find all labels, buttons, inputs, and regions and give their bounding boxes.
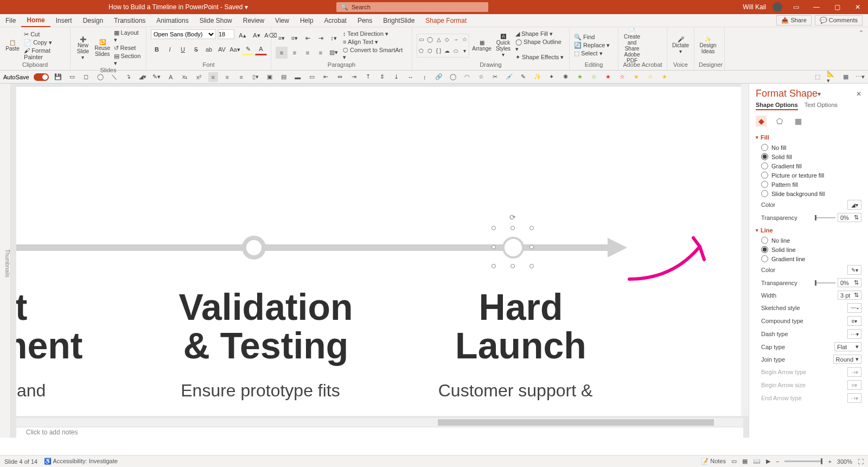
collapse-ribbon-icon[interactable]: ⌃ — [859, 29, 864, 36]
cut-button[interactable]: ✂ Cut — [24, 31, 66, 38]
qat-disth-icon[interactable]: ↔ — [406, 72, 416, 82]
qat-sub-icon[interactable]: x₂ — [180, 72, 190, 82]
zoom-slider[interactable] — [784, 460, 822, 462]
radio-gradient-fill[interactable] — [761, 162, 768, 169]
qat-selection-icon[interactable]: ⬚ — [813, 72, 822, 82]
align-center-icon[interactable]: ≡ — [289, 47, 301, 59]
qat-more-icon[interactable]: ⋯▾ — [855, 72, 865, 82]
ribbon-display-icon[interactable]: ▭ — [789, 3, 803, 11]
qat-wand-icon[interactable]: ✨ — [533, 72, 542, 82]
reset-button[interactable]: ↺ Reset — [114, 45, 142, 52]
qat-group-icon[interactable]: ▣ — [265, 72, 275, 82]
numbering-icon[interactable]: ≡▾ — [289, 33, 301, 45]
tab-brightslide[interactable]: BrightSlide — [378, 15, 420, 27]
select-button[interactable]: ⬚ Select ▾ — [574, 50, 610, 57]
adobe-pdf-button[interactable]: 📄Create and Share Adobe PDF — [623, 35, 641, 56]
layout-button[interactable]: ▦ Layout ▾ — [114, 29, 142, 43]
tab-view[interactable]: View — [270, 15, 295, 27]
increase-font-icon[interactable]: A▴ — [237, 29, 248, 41]
share-button[interactable]: 📤 Share — [776, 15, 811, 26]
minimize-icon[interactable]: — — [809, 3, 824, 11]
qat-valign-icon[interactable]: ▯▾ — [251, 72, 260, 82]
increase-indent-icon[interactable]: ⇥ — [315, 33, 327, 45]
line-section-header[interactable]: ▾Line — [756, 227, 861, 234]
qat-star2-icon[interactable]: ☆ — [589, 72, 599, 82]
qat-align-right-obj-icon[interactable]: ⇥ — [349, 72, 359, 82]
subtext-1[interactable]: ck and — [16, 380, 114, 401]
view-sorter-icon[interactable]: ▦ — [742, 458, 748, 465]
qat-link-icon[interactable]: 🔗 — [434, 72, 444, 82]
vertical-scrollbar[interactable] — [741, 84, 749, 416]
tab-acrobat[interactable]: Acrobat — [319, 15, 352, 27]
headline-1a[interactable]: ct — [16, 286, 27, 327]
timeline-arrowhead[interactable] — [608, 238, 627, 257]
subtext-3[interactable]: Customer support & — [396, 380, 635, 401]
qat-line-icon[interactable]: ＼ — [110, 72, 119, 82]
copy-button[interactable]: 📄 Copy ▾ — [24, 39, 66, 46]
tab-slideshow[interactable]: Slide Show — [194, 15, 238, 27]
qat-star1-icon[interactable]: ★ — [575, 72, 585, 82]
qat-alignr-icon[interactable]: ≡ — [237, 72, 246, 82]
zoom-out-icon[interactable]: − — [776, 458, 779, 465]
effects-tab-icon[interactable]: ⬠ — [774, 116, 785, 127]
qat-star5-icon[interactable]: ★ — [631, 72, 641, 82]
fill-line-tab-icon[interactable]: ◆ — [756, 116, 767, 127]
bullets-icon[interactable]: ≡▾ — [276, 33, 288, 45]
highlight-icon[interactable]: ✎ — [242, 43, 254, 55]
font-color-icon[interactable]: A — [255, 43, 267, 55]
underline-icon[interactable]: U — [177, 43, 189, 55]
selection-handles[interactable]: ⟳ — [494, 228, 532, 266]
horizontal-scrollbar[interactable] — [16, 418, 743, 427]
radio-solid-fill[interactable] — [761, 153, 768, 160]
headline-2b[interactable]: & Testing — [183, 325, 349, 366]
radio-pattern-fill[interactable] — [761, 181, 768, 188]
qat-grid-icon[interactable]: ▦ — [841, 72, 851, 82]
shape-outline-button[interactable]: ◯ Shape Outline ▾ — [515, 39, 565, 53]
qat-alignc-icon[interactable]: ≡ — [222, 72, 232, 82]
qat-bringfront-icon[interactable]: ▬ — [293, 72, 303, 82]
comments-button[interactable]: 💬 Comments — [815, 15, 863, 26]
qat-sparkle-icon[interactable]: ✦ — [547, 72, 557, 82]
tab-help[interactable]: Help — [295, 15, 319, 27]
headline-2a[interactable]: Validation — [178, 286, 353, 327]
qat-textbox-icon[interactable]: A — [166, 72, 176, 82]
qat-circle-tool-icon[interactable]: ◯ — [448, 72, 458, 82]
tab-pens[interactable]: Pens — [352, 15, 378, 27]
pane-tab-shape-options[interactable]: Shape Options — [756, 102, 798, 110]
bold-icon[interactable]: B — [151, 43, 163, 55]
headline-1b[interactable]: ment — [16, 325, 82, 366]
justify-icon[interactable]: ≡ — [315, 47, 327, 59]
qat-star3-icon[interactable]: ★ — [603, 72, 613, 82]
slide[interactable]: ⟳ ct ment Validation & Testing Hard Laun… — [16, 87, 743, 416]
find-button[interactable]: 🔍 Find — [574, 34, 610, 41]
qat-ungroup-icon[interactable]: ▤ — [279, 72, 289, 82]
qat-fill-icon[interactable]: ◢▾ — [138, 72, 148, 82]
tab-transitions[interactable]: Transitions — [108, 15, 151, 27]
dictate-button[interactable]: 🎤Dictate ▾ — [672, 35, 690, 56]
align-text-button[interactable]: ≡ Align Text ▾ — [343, 39, 407, 46]
text-direction-button[interactable]: ↕ Text Direction ▾ — [343, 30, 407, 37]
qat-eyedrop-icon[interactable]: 💉 — [505, 72, 514, 82]
save-icon[interactable]: 💾 — [53, 72, 63, 82]
paste-button[interactable]: 📋Paste — [4, 35, 21, 56]
qat-align-bot-obj-icon[interactable]: ⤓ — [392, 72, 401, 82]
qat-sendback-icon[interactable]: ▭ — [307, 72, 317, 82]
smartart-button[interactable]: ⬡ Convert to SmartArt ▾ — [343, 47, 407, 61]
qat-square-icon[interactable]: ◻ — [81, 72, 91, 82]
fit-window-icon[interactable]: ⛶ — [858, 458, 864, 465]
align-right-icon[interactable]: ≡ — [302, 47, 314, 59]
radio-no-line[interactable] — [761, 237, 768, 244]
close-icon[interactable]: ✕ — [851, 3, 865, 11]
qat-star4-icon[interactable]: ☆ — [617, 72, 627, 82]
slide-counter[interactable]: Slide 4 of 14 — [4, 458, 37, 465]
fill-transparency-value[interactable]: 0%⇅ — [838, 213, 861, 222]
view-reading-icon[interactable]: 📖 — [753, 458, 761, 465]
replace-button[interactable]: 🔄 Replace ▾ — [574, 42, 610, 49]
fill-color-picker[interactable]: ◢▾ — [847, 200, 861, 210]
radio-no-fill[interactable] — [761, 144, 768, 151]
qat-connector-icon[interactable]: ↴ — [124, 72, 133, 82]
join-dropdown[interactable]: Round▾ — [833, 355, 861, 364]
decrease-indent-icon[interactable]: ⇤ — [302, 33, 314, 45]
accessibility-status[interactable]: ♿ Accessibility: Investigate — [44, 458, 118, 465]
decrease-font-icon[interactable]: A▾ — [251, 29, 263, 41]
